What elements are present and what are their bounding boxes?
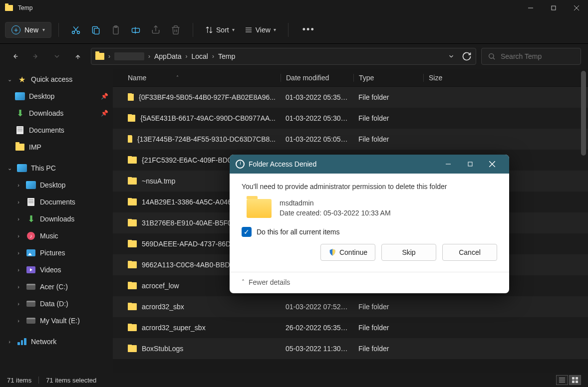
breadcrumb-local[interactable]: Local <box>191 52 208 60</box>
music-icon: ♪ <box>27 232 35 240</box>
skip-button[interactable]: Skip <box>381 244 436 261</box>
back-button[interactable] <box>7 48 23 64</box>
button-label: Continue <box>339 248 367 256</box>
videos-icon <box>26 266 35 273</box>
dialog-item-name: msdtadmin <box>280 198 391 208</box>
file-date: 01-03-2022 07:52 ... <box>281 303 353 311</box>
sidebar-pc-documents[interactable]: ›Documents <box>0 194 113 210</box>
dialog-maximize-button[interactable] <box>459 155 481 174</box>
search-input[interactable] <box>501 52 575 60</box>
file-name: acrord32_sbx <box>142 303 184 311</box>
minimize-button[interactable] <box>519 0 542 16</box>
folder-icon <box>95 53 104 60</box>
folder-icon <box>128 94 134 101</box>
sidebar-drive-c[interactable]: ›Acer (C:) <box>0 278 113 295</box>
col-date[interactable]: Date modified <box>281 74 353 82</box>
table-row[interactable]: {5A5E431B-6617-49AC-990D-CB0977AA...01-0… <box>113 108 588 129</box>
sidebar-pc-pictures[interactable]: ›Pictures <box>0 244 113 261</box>
table-row[interactable]: {13E7445B-724B-4F55-9310-DC63D7CB8...01-… <box>113 129 588 150</box>
sidebar-label: Music <box>40 232 58 240</box>
chevron-right-icon: › <box>15 301 22 307</box>
sidebar-this-pc[interactable]: ⌄This PC <box>0 160 113 177</box>
sidebar-drive-e[interactable]: ›My Vault (E:) <box>0 312 113 329</box>
sidebar-pc-music[interactable]: ›♪Music <box>0 227 113 244</box>
search-box[interactable] <box>481 48 581 65</box>
button-label: Fewer details <box>249 278 290 286</box>
search-icon <box>488 52 496 60</box>
svg-point-20 <box>489 54 494 58</box>
svg-rect-26 <box>576 377 578 380</box>
breadcrumb-hidden[interactable] <box>114 52 144 60</box>
chevron-right-icon: › <box>15 284 22 290</box>
folder-icon <box>128 282 137 289</box>
maximize-button[interactable] <box>542 0 565 16</box>
rename-button[interactable] <box>126 20 146 40</box>
thumbnails-view-button[interactable] <box>569 375 581 385</box>
more-button[interactable]: ••• <box>295 24 322 35</box>
sidebar-pc-videos[interactable]: ›Videos <box>0 261 113 278</box>
sidebar-label: Desktop <box>29 92 54 100</box>
sidebar-documents[interactable]: Documents <box>0 122 113 139</box>
file-date: 05-03-2022 11:30 ... <box>281 345 353 353</box>
file-date: 01-03-2022 05:30 ... <box>281 114 353 122</box>
sidebar-pc-desktop[interactable]: ›Desktop <box>0 177 113 194</box>
scrollbar[interactable] <box>581 71 586 156</box>
share-button[interactable] <box>146 20 166 40</box>
file-name: {21FC5392-E6AC-409F-BD0A <box>142 156 236 164</box>
col-name[interactable]: Name <box>128 74 146 82</box>
sort-icon <box>205 26 213 34</box>
copy-button[interactable] <box>86 20 106 40</box>
file-type: File folder <box>353 345 423 353</box>
table-row[interactable]: BoxStubLogs05-03-2022 11:30 ...File fold… <box>113 338 588 359</box>
cancel-button[interactable]: Cancel <box>442 244 497 261</box>
sidebar-imp[interactable]: IMP <box>0 139 113 156</box>
sidebar-pc-downloads[interactable]: ›⬇Downloads <box>0 210 113 227</box>
fewer-details-button[interactable]: ˄ Fewer details <box>230 272 509 293</box>
col-size[interactable]: Size <box>423 74 478 82</box>
recent-button[interactable] <box>49 48 65 64</box>
continue-button[interactable]: Continue <box>320 244 375 261</box>
sidebar-label: Pictures <box>40 249 65 257</box>
sidebar: ⌄★Quick access Desktop📌 ⬇Downloads📌 Docu… <box>0 69 113 373</box>
svg-line-6 <box>74 26 78 31</box>
forward-button[interactable] <box>28 48 44 64</box>
file-name: {5A5E431B-6617-49AC-990D-CB0977AA... <box>140 114 276 122</box>
breadcrumb-appdata[interactable]: AppData <box>154 52 181 60</box>
sidebar-drive-d[interactable]: ›Data (D:) <box>0 295 113 312</box>
folder-icon <box>128 324 137 331</box>
paste-button[interactable] <box>106 20 126 40</box>
chevron-right-icon: › <box>108 53 110 60</box>
sidebar-quick-access[interactable]: ⌄★Quick access <box>0 71 113 88</box>
file-name: 14AB29E1-3386-4A5C-A046- <box>142 198 234 206</box>
download-icon: ⬇ <box>15 109 25 117</box>
up-button[interactable] <box>70 48 86 64</box>
table-row[interactable]: {0F33BF49-5B05-44B0-927F-AB02E8A96...01-… <box>113 87 588 108</box>
table-row[interactable]: acrord32_sbx01-03-2022 07:52 ...File fol… <box>113 296 588 317</box>
col-type[interactable]: Type <box>353 74 423 82</box>
sidebar-desktop[interactable]: Desktop📌 <box>0 88 113 105</box>
new-button[interactable]: + New ▾ <box>5 22 51 38</box>
chevron-right-icon: › <box>15 233 22 239</box>
sidebar-label: Downloads <box>40 215 74 223</box>
view-button[interactable]: View ▾ <box>240 23 281 37</box>
close-button[interactable] <box>565 0 588 16</box>
sidebar-network[interactable]: ›Network <box>0 333 113 350</box>
sort-button[interactable]: Sort ▾ <box>200 23 240 37</box>
dialog-close-button[interactable] <box>481 155 503 174</box>
sidebar-label: Desktop <box>40 181 65 189</box>
address-bar[interactable]: › › AppData › Local › Temp <box>91 48 476 65</box>
breadcrumb-temp[interactable]: Temp <box>218 52 235 60</box>
delete-button[interactable] <box>166 20 186 40</box>
sidebar-downloads[interactable]: ⬇Downloads📌 <box>0 105 113 122</box>
svg-rect-11 <box>132 28 140 32</box>
dialog-checkbox-row[interactable]: ✓ Do this for all current items <box>242 227 497 237</box>
details-view-button[interactable] <box>556 375 568 385</box>
table-row[interactable]: acrord32_super_sbx26-02-2022 05:35 ...Fi… <box>113 317 588 338</box>
dialog-minimize-button[interactable] <box>437 155 459 174</box>
cut-button[interactable] <box>66 20 86 40</box>
column-header[interactable]: Name˄ Date modified Type Size <box>113 69 588 87</box>
checkbox-checked-icon[interactable]: ✓ <box>242 227 252 237</box>
chevron-down-icon[interactable] <box>448 53 455 60</box>
refresh-button[interactable] <box>462 51 472 61</box>
document-icon <box>16 126 23 134</box>
